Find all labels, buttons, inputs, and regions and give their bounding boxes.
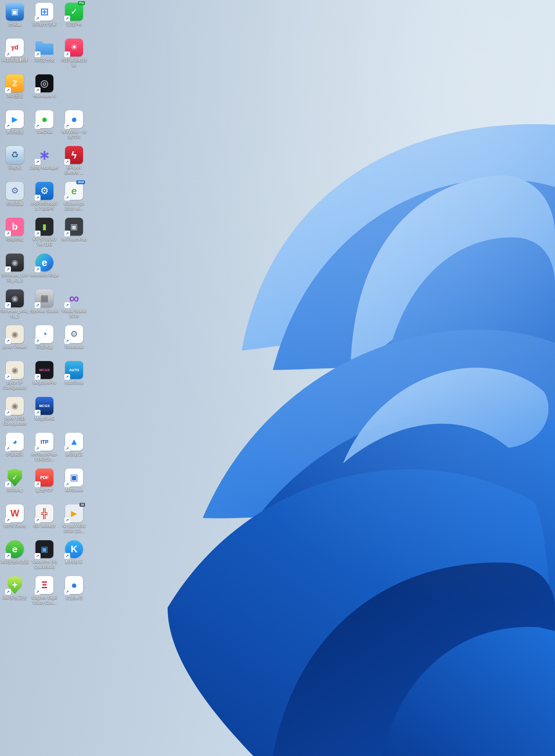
icon-image: ∞ ↗ <box>65 289 83 307</box>
desktop-icon-cognex-gige[interactable]: Ξ ↗ Cognex GigE Vision Con... <box>30 575 59 611</box>
icon-glyph: ▲ <box>69 437 79 446</box>
shortcut-arrow-icon: ↗ <box>35 159 41 165</box>
desktop-icon-eye-guard[interactable]: ◕ ↗ 护眼精灵 <box>0 432 30 467</box>
desktop-icon-stviewer-x64[interactable]: ◉ ↗ StViewer_x64_v1_1 <box>0 288 30 324</box>
icon-label: 360安全卫士 <box>3 595 27 600</box>
desktop-icon-pylon-ip-configurator[interactable]: ◉ ↗ pylon IP Configurator <box>0 360 30 396</box>
shortcut-arrow-icon: ↗ <box>5 51 11 57</box>
desktop-icon-kv-studio[interactable]: ▮ ↗ KV STUDIO Ver.11G <box>30 217 59 252</box>
icon-glyph: ▮ <box>42 223 46 231</box>
desktop-icon-control-panel[interactable]: ⚙ 控制面板 <box>0 181 30 217</box>
desktop-icon-wechat[interactable]: ● ↗ WeChat <box>30 109 59 145</box>
icon-image: ⊞ ↗ <box>35 3 53 21</box>
icon-label: 企业微信 <box>65 595 83 600</box>
desktop-icon-robotlab[interactable]: ⚙ ↗ RobotLab <box>59 324 89 360</box>
icon-image: AUTO ↗ <box>65 361 83 379</box>
desktop-icon-pylon-viewer[interactable]: ◉ ↗ pylon Viewer <box>0 324 30 360</box>
shortcut-arrow-icon: ↗ <box>35 51 41 57</box>
icon-label: InoTouchPad-V1R2C0... <box>30 452 59 462</box>
shortcut-arrow-icon: ↗ <box>35 589 41 595</box>
icon-glyph: ⚙ <box>40 186 49 196</box>
desktop-icon-sysmac-studio[interactable]: ▦ ↗ Sysmac Studio <box>30 288 59 324</box>
desktop-icon-qingli-pro[interactable]: ✓ ↗ Pro 清理Pro <box>59 2 89 37</box>
icon-glyph: ◔ <box>42 330 48 339</box>
desktop-icon-wxwork-shortcut[interactable]: ● ↗ WXWork - 快捷方式 <box>59 109 89 145</box>
icon-glyph: ● <box>41 114 48 124</box>
desktop-icon-tencent-video[interactable]: ▶ ↗ 腾讯视频 <box>0 109 30 145</box>
desktop-icon-kugou-music[interactable]: K ↗ 酷狗音乐 <box>59 539 89 575</box>
desktop-icon-ni-labview-2018[interactable]: ▶ ↗ 18 NI LabVIEW 2018 (32... <box>59 503 89 539</box>
icon-label: Sysmac Studio <box>30 308 58 314</box>
icon-label: 百度网盘 <box>36 344 53 349</box>
icon-label: 腾讯视频 <box>6 129 23 134</box>
desktop-icon-baidu-netdisk[interactable]: ◔ ↗ 百度网盘 <box>30 324 59 360</box>
desktop-icon-360-software-manager[interactable]: ⊞ ↗ 360软件管家 <box>30 2 59 37</box>
icon-glyph: ▣ <box>41 545 48 553</box>
shortcut-arrow-icon: ↗ <box>5 87 11 93</box>
desktop-icon-pylon-usb-configurator[interactable]: ◉ ↗ pylon USB Configurator <box>0 396 30 432</box>
shortcut-arrow-icon: ↗ <box>64 481 70 487</box>
desktop-icon-jiguang-pdf[interactable]: PDF ↗ 极光PDF <box>30 467 59 503</box>
icon-label: InoTeachPad <box>62 237 87 242</box>
shortcut-arrow-icon: ↗ <box>35 481 41 487</box>
icon-image: + ↗ <box>6 576 24 594</box>
icon-glyph: e <box>42 257 47 268</box>
desktop-icon-recycle-bin[interactable]: ♻ 回收站 <box>0 145 30 181</box>
icon-label: WPS Office <box>4 523 26 529</box>
desktop-icon-stviewer-win32[interactable]: ◉ ↗ StViewer_Win32_v1_1 <box>0 252 30 288</box>
desktop-icon-tencent-meeting[interactable]: ▲ ↗ 腾讯会议 <box>59 432 89 467</box>
icon-label: Utility Manager <box>30 165 58 170</box>
icon-badge: 18 <box>80 503 85 507</box>
desktop-icon-360-folder[interactable]: ↗ 360文件夹 <box>30 37 59 73</box>
desktop-icon-inotouchpad[interactable]: ITP ↗ InoTouchPad-V1R2C0... <box>30 432 59 467</box>
desktop-icon-wps-office[interactable]: W ↗ WPS Office <box>0 503 30 539</box>
shortcut-arrow-icon: ↗ <box>5 374 11 380</box>
icon-glyph: ITP <box>41 439 48 444</box>
icon-image: ITP ↗ <box>35 433 53 451</box>
icon-image: e ↗ <box>35 254 53 271</box>
desktop-icon-utility-manager[interactable]: ∗ ↗ Utility Manager <box>30 145 59 181</box>
icon-image: ● ↗ <box>65 110 83 128</box>
shortcut-arrow-icon: ↗ <box>64 51 70 57</box>
icon-glyph: K <box>71 545 77 554</box>
icon-image: ♻ <box>6 146 24 164</box>
icon-glyph: ⊞ <box>40 7 49 17</box>
desktop-icon-rekordbox-6[interactable]: ◎ ↗ rekordbox 6 <box>30 73 59 109</box>
icon-glyph: ◉ <box>11 402 18 410</box>
icon-image: ◉ ↗ <box>6 361 24 379</box>
icon-glyph: ● <box>71 580 77 590</box>
icon-art: ♻ <box>6 146 24 164</box>
icon-glyph: ╬ <box>41 509 48 518</box>
desktop-icon-360-zip[interactable]: Z ↗ 360压缩 <box>0 73 30 109</box>
desktop-icon-mcgssete[interactable]: MCGS ↗ McgsSetE <box>30 396 59 432</box>
desktop-icon-360-antivirus[interactable]: ✓ ↗ 360杀毒 <box>0 467 30 503</box>
desktop-icon-360-safeguard[interactable]: + ↗ 360安全卫士 <box>0 575 30 611</box>
icon-label: 极光PDF <box>36 488 53 493</box>
desktop-icon-eplan-electric[interactable]: ϟ ↗ EPLAN Electric ... <box>59 145 89 181</box>
desktop-icon-this-pc[interactable]: ▣ 此电脑 <box>0 2 30 37</box>
desktop-icon-360-browser[interactable]: e ↗ 360安全浏览器 <box>0 539 30 575</box>
desktop-icon-edrawings-2019[interactable]: e ↗ 2019 eDrawings 2019 x6... <box>59 181 89 217</box>
icon-label: 腾讯会议 <box>65 452 83 457</box>
desktop-icon-youdao-translate[interactable]: yd ↗ 网易有道翻译 <box>0 37 30 73</box>
desktop-icon-bilibili[interactable]: b ↗ 哔哩哔哩 <box>0 217 30 252</box>
desktop-icon-arstudio[interactable]: ▣ ↗ ARStudio <box>59 467 89 503</box>
desktop-icon-wecom[interactable]: ● ↗ 企业微信 <box>59 575 89 611</box>
icon-image: MCGS ↗ <box>35 397 53 415</box>
icon-image: MCGS ↗ <box>35 361 53 379</box>
icon-glyph: ◉ <box>11 294 18 302</box>
desktop-icon-inoproshop[interactable]: ⚙ ↗ InoProShop(V1.7.8)SP5 <box>30 181 59 217</box>
desktop-icon-visionpro-quickbuild[interactable]: ▣ ↗ VisionPro (R) QuickBuild <box>30 539 59 575</box>
desktop-icon-mcgssetpro[interactable]: MCGS ↗ McgsSetPro <box>30 360 59 396</box>
icon-image: ⚙ <box>6 182 24 200</box>
desktop-icon-autoshop[interactable]: AUTO ↗ AutoShop <box>59 360 89 396</box>
desktop-icon-microsoft-edge[interactable]: e ↗ Microsoft Edge <box>30 252 59 288</box>
desktop-icon-gx-works2[interactable]: ╬ ↗ GX Works2 <box>30 503 59 539</box>
desktop-icon-visual-studio-2019[interactable]: ∞ ↗ Visual Studio 2019 <box>59 288 89 324</box>
shortcut-arrow-icon: ↗ <box>35 16 41 21</box>
desktop-icon-inoteachpad[interactable]: ▣ ↗ InoTeachPad <box>59 217 89 252</box>
shortcut-arrow-icon: ↗ <box>35 410 41 416</box>
desktop-icon-sunlogin-remote[interactable]: ☀ ↗ 向日葵远程控制 <box>59 37 89 73</box>
icon-glyph: ◉ <box>11 259 18 266</box>
icon-label: StViewer_x64_v1_1 <box>0 308 29 319</box>
